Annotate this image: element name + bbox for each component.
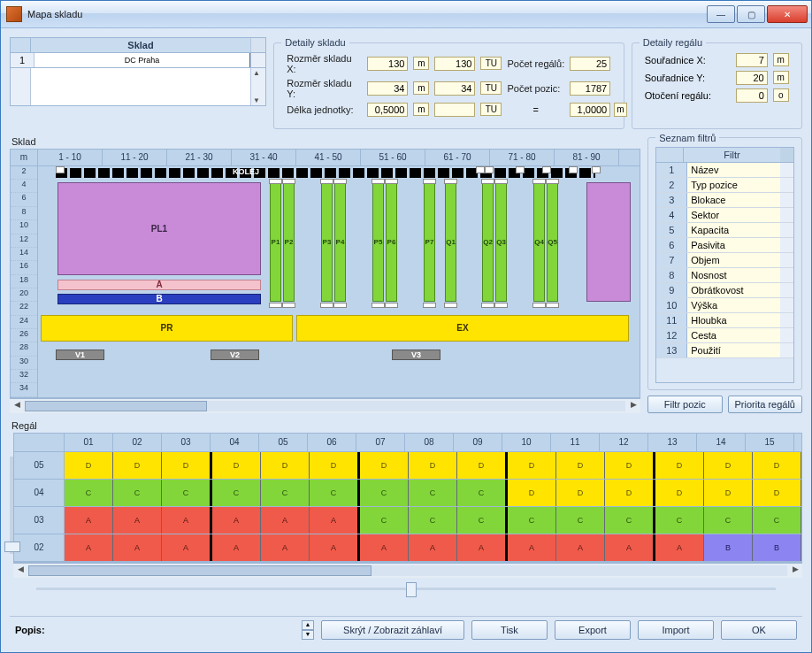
regal-cell[interactable]: C [753,507,801,534]
regal-cell[interactable]: D [605,452,655,479]
regal-cell[interactable]: C [409,507,457,534]
marker[interactable] [485,166,494,173]
marker[interactable] [516,166,525,173]
regal-cell[interactable]: C [65,480,113,506]
band-a[interactable]: A [57,280,261,290]
regal-cell[interactable]: C [162,480,212,506]
rack-P4[interactable]: P4 [334,182,346,302]
regal-hscroll[interactable]: ◀▶ [13,563,802,578]
filter-row[interactable]: 3Blokace [656,193,793,208]
band-V3[interactable]: V3 [392,350,440,360]
regal-cell[interactable]: D [556,480,605,506]
band-ex[interactable]: EX [296,315,629,342]
marker[interactable] [542,166,551,173]
marker[interactable] [333,303,347,308]
regal-cell[interactable]: D [704,480,753,506]
marker[interactable] [592,166,601,173]
regal-cell[interactable]: C [556,507,605,534]
rack-priority-button[interactable]: Priorita regálů [728,396,803,413]
band-pr[interactable]: PR [41,315,293,342]
map-hscroll[interactable]: ◀▶ [10,398,640,413]
filter-row[interactable]: 1Název [656,163,793,178]
zone-pl1[interactable]: PL1 [57,182,261,275]
marker[interactable] [282,179,295,184]
poscount-value[interactable] [570,81,610,96]
filter-row[interactable]: 7Objem [656,253,793,268]
toggle-header-button[interactable]: Skrýt / Zobrazit záhlaví [321,620,464,640]
filter-row[interactable]: 11Hloubka [656,313,793,328]
filter-row[interactable]: 13Použití [656,343,793,358]
rack-P5[interactable]: P5 [372,182,384,302]
filter-row[interactable]: 8Nosnost [656,268,793,283]
rack-P3[interactable]: P3 [321,182,333,302]
dimy-m[interactable] [367,81,408,96]
regal-cell[interactable]: A [457,534,508,561]
regal-cell[interactable]: A [655,534,704,561]
filter-positions-button[interactable]: Filtr pozic [647,396,723,413]
export-button[interactable]: Export [555,620,631,640]
marker[interactable] [494,179,508,184]
marker[interactable] [423,179,436,184]
regal-cell[interactable]: A [310,507,360,534]
regal-cell[interactable]: C [457,480,508,506]
regal-cell[interactable]: D [113,452,162,479]
filter-row[interactable]: 9Obrátkovost [656,283,793,298]
dimx-tu[interactable] [434,57,475,71]
rack-P1[interactable]: P1 [270,182,281,302]
band-V2[interactable]: V2 [211,350,259,360]
regal-cell[interactable]: A [212,507,261,534]
marker[interactable] [320,303,333,308]
regal-cell[interactable]: C [360,507,409,534]
rack-Q3[interactable]: Q3 [495,182,507,302]
band-b[interactable]: B [57,294,261,304]
marker[interactable] [269,179,282,184]
regal-grid[interactable]: 010203040506070809101112131415 05DDDDDDD… [13,433,802,563]
rack-P7[interactable]: P7 [424,182,435,302]
regal-zoom-slider[interactable] [36,580,776,599]
regal-cell[interactable]: C [212,480,261,506]
unitlen-result[interactable] [570,103,610,117]
regal-cell[interactable]: C [508,507,556,534]
filter-row[interactable]: 10Výška [656,298,793,313]
regal-cell[interactable]: A [605,534,655,561]
import-button[interactable]: Import [638,620,714,640]
regal-cell[interactable]: D [508,480,556,506]
regal-cell[interactable]: B [704,534,753,561]
regal-cell[interactable]: D [162,452,212,479]
zone-pl-right[interactable] [586,182,631,302]
scroll-icon[interactable] [780,148,793,162]
regal-cell[interactable]: D [212,452,261,479]
unitlen-blank[interactable] [434,103,475,117]
marker[interactable] [532,303,546,308]
rack-Q2[interactable]: Q2 [482,182,494,302]
regal-cell[interactable]: C [113,480,162,506]
regal-cell[interactable]: D [753,452,801,479]
filter-row[interactable]: 2Typ pozice [656,178,793,193]
marker[interactable] [372,179,385,184]
regal-cell[interactable]: D [753,480,801,506]
marker[interactable] [569,166,578,173]
regal-cell[interactable]: A [261,507,310,534]
filter-row[interactable]: 6Pasivita [656,238,793,253]
regal-cell[interactable]: A [113,534,162,561]
dimy-tu[interactable] [434,81,475,96]
spinner[interactable]: ▲▼ [302,620,314,640]
regal-cell[interactable]: D [360,452,409,479]
scroll-icon[interactable] [250,68,265,105]
regal-cell[interactable]: D [655,480,704,506]
regal-cell[interactable]: D [261,452,310,479]
maximize-button[interactable]: ▢ [737,5,765,23]
rack-Q1[interactable]: Q1 [445,182,456,302]
marker[interactable] [385,179,398,184]
regal-cell[interactable]: D [556,452,605,479]
regal-cell[interactable]: C [605,507,655,534]
marker[interactable] [444,179,457,184]
regal-cell[interactable]: A [162,507,212,534]
kolej-track[interactable]: KOLEJ [56,168,595,178]
marker[interactable] [423,303,436,308]
marker[interactable] [385,303,398,308]
regal-cell[interactable]: B [753,534,801,561]
regal-cell[interactable]: D [409,452,457,479]
regal-cell[interactable]: A [65,534,113,561]
regal-cell[interactable]: C [704,507,753,534]
